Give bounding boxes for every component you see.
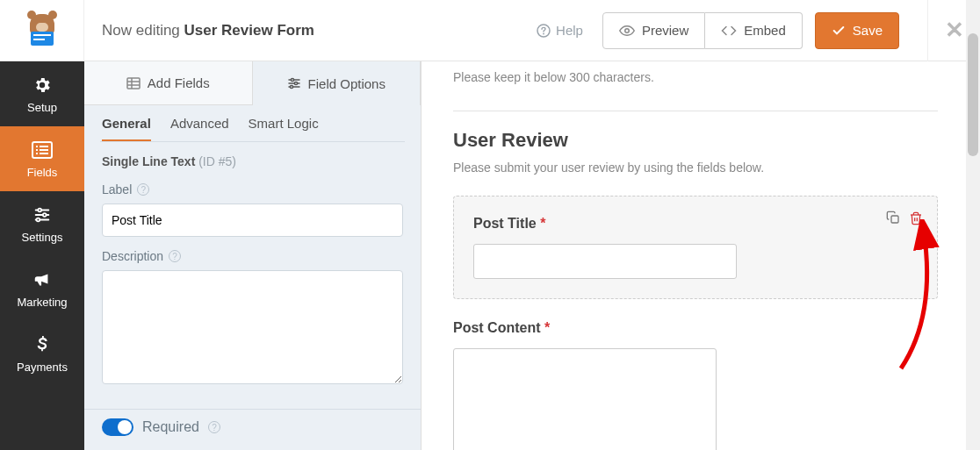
nav-setup-label: Setup bbox=[27, 101, 57, 114]
nav-marketing-label: Marketing bbox=[17, 296, 67, 309]
preview-text-input[interactable] bbox=[473, 244, 737, 279]
duplicate-field-button[interactable] bbox=[886, 211, 900, 226]
scrollbar[interactable] bbox=[966, 0, 980, 450]
sliders-icon bbox=[32, 204, 53, 225]
field-type-name: Single Line Text bbox=[102, 154, 198, 168]
form-preview: Please keep it below 300 characters. Use… bbox=[422, 61, 980, 450]
grid-icon bbox=[126, 77, 141, 89]
required-asterisk: * bbox=[540, 216, 545, 231]
embed-label: Embed bbox=[744, 23, 786, 38]
section-description: Please submit your user review by using … bbox=[453, 161, 938, 175]
svg-point-15 bbox=[37, 218, 40, 221]
delete-field-button[interactable] bbox=[909, 211, 923, 226]
check-icon bbox=[832, 24, 846, 38]
description-input[interactable] bbox=[102, 270, 403, 384]
preview-field-label: Post Title * bbox=[473, 216, 918, 232]
close-button[interactable]: ✕ bbox=[945, 17, 964, 44]
subtab-advanced[interactable]: Advanced bbox=[170, 116, 229, 142]
required-row: Required ? bbox=[102, 418, 403, 436]
svg-point-25 bbox=[290, 85, 292, 88]
description-label: Description bbox=[102, 249, 163, 263]
preview-embed-group: Preview Embed bbox=[602, 12, 803, 49]
help-icon[interactable]: ? bbox=[137, 183, 149, 196]
list-icon bbox=[32, 139, 53, 161]
save-label: Save bbox=[853, 23, 883, 38]
top-bar: Now editing User Review Form Help Previe… bbox=[0, 0, 980, 61]
nav-payments[interactable]: Payments bbox=[0, 321, 84, 386]
save-button[interactable]: Save bbox=[815, 12, 899, 49]
required-label: Required bbox=[142, 419, 199, 435]
nav-fields-label: Fields bbox=[27, 166, 58, 179]
svg-point-21 bbox=[291, 78, 293, 81]
megaphone-icon bbox=[32, 269, 53, 290]
preview-textarea[interactable] bbox=[453, 348, 717, 450]
char-limit-hint: Please keep it below 300 characters. bbox=[453, 70, 938, 84]
tab-field-options[interactable]: Field Options bbox=[252, 61, 422, 105]
nav-setup[interactable]: Setup bbox=[0, 61, 84, 126]
nav-settings[interactable]: Settings bbox=[0, 191, 84, 256]
nav-payments-label: Payments bbox=[17, 361, 68, 374]
page-title: Now editing User Review Form bbox=[84, 22, 314, 39]
svg-point-1 bbox=[543, 32, 544, 34]
field-type-heading: Single Line Text (ID #5) bbox=[102, 154, 403, 168]
gear-icon bbox=[32, 75, 53, 96]
nav-marketing[interactable]: Marketing bbox=[0, 256, 84, 321]
help-icon[interactable]: ? bbox=[208, 421, 220, 433]
dollar-icon bbox=[32, 334, 53, 355]
label-label: Label bbox=[102, 182, 132, 196]
required-asterisk: * bbox=[544, 320, 550, 335]
help-link[interactable]: Help bbox=[537, 23, 583, 38]
question-circle-icon bbox=[537, 24, 551, 38]
label-row: Label ? bbox=[102, 182, 403, 196]
section-title: User Review bbox=[453, 129, 938, 152]
preview-field-label: Post Content * bbox=[453, 320, 938, 336]
app-logo bbox=[0, 0, 84, 61]
field-options-panel: Add Fields Field Options General Advance… bbox=[84, 61, 422, 450]
eye-icon bbox=[619, 23, 635, 39]
tab-add-fields[interactable]: Add Fields bbox=[84, 61, 252, 105]
required-toggle[interactable] bbox=[102, 418, 133, 436]
code-icon bbox=[721, 23, 737, 39]
subtab-general[interactable]: General bbox=[102, 116, 151, 142]
svg-rect-26 bbox=[891, 216, 898, 223]
scrollbar-thumb[interactable] bbox=[968, 33, 978, 156]
field-id-label: (ID #5) bbox=[198, 154, 236, 168]
svg-point-11 bbox=[38, 208, 41, 211]
help-label: Help bbox=[556, 23, 583, 38]
tab-add-fields-label: Add Fields bbox=[148, 75, 210, 90]
tab-field-options-label: Field Options bbox=[308, 76, 386, 91]
help-icon[interactable]: ? bbox=[169, 250, 181, 262]
svg-rect-16 bbox=[127, 78, 140, 89]
label-input[interactable] bbox=[102, 204, 403, 237]
description-row: Description ? bbox=[102, 249, 403, 263]
preview-button[interactable]: Preview bbox=[602, 12, 705, 49]
preview-field[interactable]: Post Content * bbox=[453, 320, 938, 450]
side-nav: Setup Fields Settings Marketing Payments bbox=[0, 61, 84, 450]
subtab-smart-logic[interactable]: Smart Logic bbox=[249, 116, 319, 142]
svg-point-2 bbox=[625, 28, 630, 32]
sliders-small-icon bbox=[287, 77, 301, 89]
form-name-label: User Review Form bbox=[184, 22, 314, 39]
embed-button[interactable]: Embed bbox=[705, 12, 803, 49]
svg-point-13 bbox=[43, 213, 47, 217]
svg-point-23 bbox=[294, 82, 297, 84]
main-area: Setup Fields Settings Marketing Payments bbox=[0, 61, 980, 450]
editing-prefix: Now editing bbox=[102, 22, 184, 39]
nav-settings-label: Settings bbox=[22, 231, 63, 244]
nav-fields[interactable]: Fields bbox=[0, 126, 84, 191]
preview-field-selected[interactable]: Post Title * bbox=[453, 196, 938, 299]
preview-label: Preview bbox=[642, 23, 688, 38]
